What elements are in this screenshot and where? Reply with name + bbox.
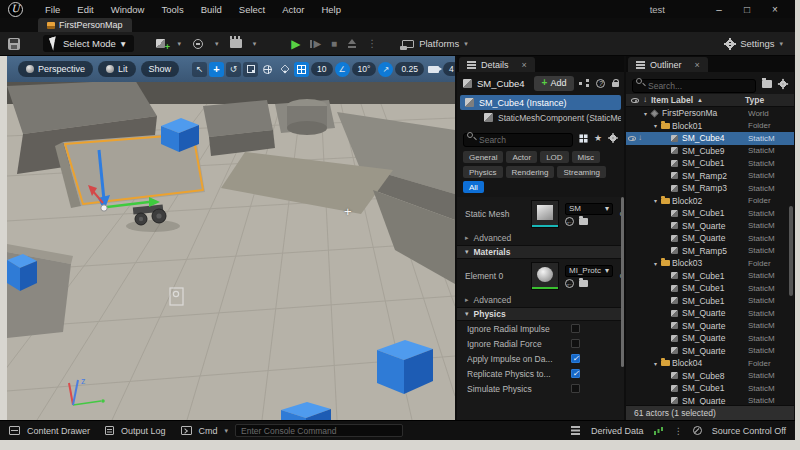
details-search[interactable] bbox=[463, 129, 573, 147]
rotate-tool[interactable]: ↺ bbox=[226, 62, 241, 77]
category-pill[interactable]: Rendering bbox=[506, 166, 555, 178]
play-button[interactable]: ▶ bbox=[291, 38, 300, 50]
outliner-row[interactable]: ↓ ▾ SM_Cube9 StaticM bbox=[626, 145, 794, 158]
cmd-button[interactable]: Cmd bbox=[199, 426, 218, 436]
expander-icon[interactable]: ▾ bbox=[654, 260, 661, 267]
category-pill[interactable]: Actor bbox=[506, 151, 537, 163]
type-column[interactable]: Type bbox=[745, 95, 789, 105]
scale-snap-toggle[interactable]: ↗ bbox=[378, 62, 393, 77]
gear-icon[interactable] bbox=[609, 134, 617, 142]
use-selected-icon[interactable]: ← bbox=[565, 217, 574, 226]
add-component-button[interactable]: + Add bbox=[534, 76, 575, 91]
outliner-row[interactable]: ↓ ▾ Block01 Folder bbox=[626, 120, 794, 133]
scale-tool[interactable] bbox=[243, 62, 258, 77]
blueprint-convert-icon[interactable] bbox=[579, 79, 589, 87]
outliner-row[interactable]: ↓ ▾ FirstPersonMa World bbox=[626, 107, 794, 120]
settings-dropdown[interactable]: Settings ▾ bbox=[725, 38, 783, 49]
outliner-row[interactable]: ↓ ▾ SM_Quarte StaticM bbox=[626, 232, 794, 245]
menu-item[interactable]: Edit bbox=[77, 4, 93, 15]
outliner-row[interactable]: ↓ ▾ SM_Cube1 StaticM bbox=[626, 157, 794, 170]
pin-icon[interactable]: ↓ bbox=[638, 134, 642, 142]
content-drawer-button[interactable]: Content Drawer bbox=[27, 426, 90, 436]
checkbox[interactable] bbox=[571, 369, 580, 378]
tab-outliner[interactable]: Outliner × bbox=[628, 57, 708, 72]
category-pill[interactable]: General bbox=[463, 151, 503, 163]
minimize-button[interactable]: – bbox=[713, 4, 725, 15]
outliner-row[interactable]: ↓ ▾ Block04 Folder bbox=[626, 357, 794, 370]
advanced-row[interactable]: ▸ Advanced bbox=[457, 231, 624, 245]
platforms-dropdown[interactable]: Platforms ▾ bbox=[402, 38, 468, 49]
item-label-column[interactable]: Item Label bbox=[651, 95, 693, 105]
close-icon[interactable]: × bbox=[522, 60, 527, 70]
details-search-input[interactable] bbox=[463, 133, 573, 147]
menu-item[interactable]: Build bbox=[201, 4, 222, 15]
visibility-eye-icon[interactable] bbox=[628, 136, 636, 141]
eject-icon[interactable] bbox=[347, 39, 357, 49]
checkbox[interactable] bbox=[571, 384, 580, 393]
chevron-down-icon[interactable]: ▾ bbox=[253, 40, 257, 48]
stop-button[interactable]: ■ bbox=[331, 39, 337, 49]
lit-dropdown[interactable]: Lit bbox=[98, 61, 136, 77]
outliner-row[interactable]: ↓ ▾ SM_Quarte StaticM bbox=[626, 332, 794, 345]
skip-button[interactable]: ▶ bbox=[310, 39, 321, 49]
outliner-row[interactable]: ↓ ▾ SM_Cube1 StaticM bbox=[626, 207, 794, 220]
outliner-scrollbar[interactable] bbox=[789, 206, 793, 296]
chevron-down-icon[interactable]: ▾ bbox=[215, 40, 219, 48]
category-pill[interactable]: Misc bbox=[572, 151, 600, 163]
surface-snapping-toggle[interactable] bbox=[277, 62, 292, 77]
maximize-button[interactable]: □ bbox=[741, 4, 753, 15]
derived-data-button[interactable]: Derived Data bbox=[591, 426, 644, 436]
menu-item[interactable]: Tools bbox=[161, 4, 183, 15]
viewport-scene[interactable]: z bbox=[7, 56, 455, 420]
menu-item[interactable]: Actor bbox=[282, 4, 304, 15]
outliner-row[interactable]: ↓ ▾ SM_Quarte StaticM bbox=[626, 307, 794, 320]
close-button[interactable]: × bbox=[769, 4, 781, 15]
material-thumbnail[interactable] bbox=[531, 262, 559, 290]
outliner-row[interactable]: ↓ ▾ SM_Quarte StaticM bbox=[626, 320, 794, 333]
instance-row[interactable]: SM_Cube4 (Instance) bbox=[460, 95, 621, 110]
camera-speed-button[interactable] bbox=[426, 62, 441, 77]
play-options-dots[interactable]: ⋮ bbox=[367, 39, 377, 49]
expander-icon[interactable]: ▾ bbox=[654, 360, 661, 367]
use-selected-icon[interactable]: ← bbox=[565, 279, 574, 288]
browse-to-icon[interactable] bbox=[579, 280, 588, 287]
save-icon[interactable] bbox=[8, 38, 20, 50]
outliner-row[interactable]: ↓ ▾ SM_Quarte StaticM bbox=[626, 220, 794, 233]
outliner-search-input[interactable] bbox=[632, 79, 756, 93]
blueprints-button[interactable] bbox=[190, 37, 206, 51]
help-icon[interactable]: ? bbox=[596, 79, 605, 88]
outliner-row[interactable]: ↓ ▾ SM_Quarte StaticM bbox=[626, 395, 794, 406]
expander-icon[interactable]: ▾ bbox=[654, 197, 661, 204]
checkbox[interactable] bbox=[571, 354, 580, 363]
outliner-row[interactable]: ↓ ▾ SM_Ramp2 StaticM bbox=[626, 170, 794, 183]
camera-speed-value[interactable]: 4 bbox=[443, 62, 455, 76]
outliner-row[interactable]: ↓ ▾ SM_Cube1 StaticM bbox=[626, 295, 794, 308]
category-pill[interactable]: LOD bbox=[540, 151, 568, 163]
outliner-row[interactable]: ↓ ▾ SM_Ramp5 StaticM bbox=[626, 245, 794, 258]
select-mode-dropdown[interactable]: Select Mode ▾ bbox=[43, 35, 134, 52]
category-pill[interactable]: Streaming bbox=[557, 166, 605, 178]
menu-item[interactable]: Select bbox=[239, 4, 265, 15]
mesh-thumbnail[interactable] bbox=[531, 200, 559, 228]
move-tool[interactable]: + bbox=[209, 62, 224, 77]
lock-icon[interactable] bbox=[612, 82, 619, 87]
menu-item[interactable]: File bbox=[45, 4, 60, 15]
physics-section-header[interactable]: ▾ Physics bbox=[457, 307, 624, 321]
output-log-icon[interactable] bbox=[105, 426, 114, 435]
outliner-row[interactable]: ↓ ▾ SM_Cube1 StaticM bbox=[626, 282, 794, 295]
content-drawer-icon[interactable] bbox=[9, 426, 20, 435]
rotation-snap-value[interactable]: 10° bbox=[352, 62, 377, 76]
more-options-dots[interactable]: ⋮ bbox=[674, 426, 683, 436]
mesh-asset-combo[interactable]: SM ▾ bbox=[565, 203, 613, 215]
unreal-logo-icon[interactable]: U bbox=[8, 2, 23, 17]
tab-details[interactable]: Details × bbox=[459, 57, 535, 72]
material-asset-combo[interactable]: MI_Protc ▾ bbox=[565, 265, 613, 277]
cinematics-button[interactable] bbox=[228, 37, 244, 51]
close-icon[interactable]: × bbox=[695, 60, 700, 70]
performance-bars-icon[interactable] bbox=[654, 426, 664, 435]
gear-icon[interactable] bbox=[779, 80, 788, 89]
expander-icon[interactable]: ▾ bbox=[654, 122, 661, 129]
category-pill[interactable]: All bbox=[463, 181, 484, 193]
outliner-row[interactable]: ↓ ▾ Block02 Folder bbox=[626, 195, 794, 208]
outliner-row[interactable]: ↓ ▾ Block03 Folder bbox=[626, 257, 794, 270]
